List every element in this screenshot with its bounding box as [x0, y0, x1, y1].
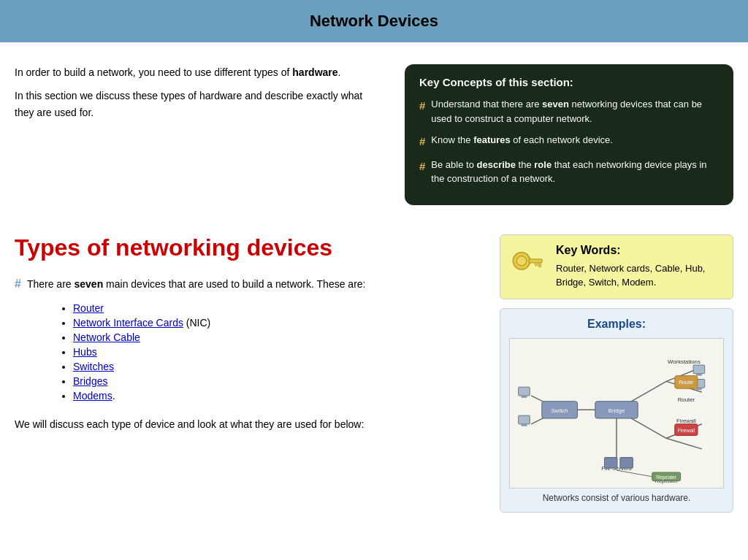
discuss-text: We will discuss each type of device and … [15, 416, 485, 432]
switches-link[interactable]: Switches [73, 361, 114, 372]
list-item-switches: Switches [73, 361, 485, 372]
bridges-link[interactable]: Bridges [73, 375, 107, 387]
svg-rect-41 [522, 423, 527, 426]
svg-text:Workstations: Workstations [668, 358, 701, 365]
svg-text:Firewall: Firewall [678, 427, 695, 432]
key-concepts-item-3: # Be able to describe the role that each… [419, 158, 719, 186]
svg-rect-33 [620, 457, 633, 468]
svg-rect-2 [529, 258, 542, 262]
devices-ul: Router Network Interface Cards (NIC) Net… [58, 302, 485, 402]
page-header: Network Devices [0, 0, 748, 42]
router-link[interactable]: Router [73, 302, 104, 314]
svg-rect-3 [538, 262, 541, 266]
main-content: Types of networking devices # There are … [0, 227, 748, 520]
list-item-hubs: Hubs [73, 346, 485, 358]
list-item-cable: Network Cable [73, 331, 485, 343]
svg-rect-39 [522, 395, 527, 397]
key-svg [511, 244, 547, 275]
svg-text:Repeater: Repeater [656, 474, 677, 480]
intro-paragraph-2: In this section we discuss these types o… [15, 88, 383, 120]
network-diagram-svg: Switch Bridge Workstations Router Router… [509, 338, 724, 488]
svg-rect-32 [604, 457, 617, 468]
svg-rect-22 [696, 373, 702, 375]
key-concepts-item-2: # Know the features of each network devi… [419, 133, 719, 150]
hash-icon-1: # [419, 98, 425, 115]
key-concepts-box: Key Concepts of this section: # Understa… [405, 64, 733, 205]
key-words-content: Key Words: Router, Network cards, Cable,… [556, 244, 722, 290]
hash-icon-2: # [419, 134, 425, 150]
svg-rect-4 [535, 262, 537, 265]
list-item-nic: Network Interface Cards (NIC) [73, 317, 485, 329]
svg-rect-21 [693, 365, 705, 374]
hash-icon-main: # [15, 277, 21, 291]
key-words-text: Router, Network cards, Cable, Hub, Bridg… [556, 261, 722, 290]
nic-link[interactable]: Network Interface Cards [73, 317, 183, 329]
key-concepts-list: # Understand that there are seven networ… [419, 97, 719, 186]
list-item-router: Router [73, 302, 485, 314]
examples-caption: Networks consist of various hardware. [509, 493, 724, 503]
svg-text:Switch: Switch [552, 407, 568, 414]
hash-icon-3: # [419, 158, 425, 175]
device-list: Router Network Interface Cards (NIC) Net… [58, 302, 485, 402]
key-words-box: Key Words: Router, Network cards, Cable,… [500, 234, 733, 299]
examples-title: Examples: [509, 318, 724, 331]
key-words-title: Key Words: [556, 244, 722, 257]
key-icon [511, 244, 547, 280]
page-title: Network Devices [0, 12, 748, 31]
right-content: Key Words: Router, Network cards, Cable,… [500, 234, 733, 513]
cable-link[interactable]: Network Cable [73, 331, 140, 343]
svg-text:Router: Router [679, 380, 694, 385]
svg-text:Router: Router [678, 396, 695, 402]
list-item-bridges: Bridges [73, 375, 485, 387]
svg-point-1 [516, 256, 526, 265]
intro-paragraph-1: In order to build a network, you need to… [15, 64, 383, 80]
examples-box: Examples: Switch [500, 308, 733, 513]
svg-text:Firewall: Firewall [676, 417, 696, 423]
top-section: In order to build a network, you need to… [0, 57, 748, 212]
intro-text: In order to build a network, you need to… [15, 64, 383, 205]
svg-text:Bridge: Bridge [608, 407, 625, 414]
hubs-link[interactable]: Hubs [73, 346, 97, 358]
seven-devices-para: # There are seven main devices that are … [15, 276, 485, 292]
modems-link[interactable]: Modems [73, 390, 112, 402]
key-concepts-item-1: # Understand that there are seven networ… [419, 97, 719, 126]
list-item-modems: Modems. [73, 390, 485, 402]
key-concepts-title: Key Concepts of this section: [419, 76, 719, 88]
svg-rect-40 [519, 415, 530, 424]
left-content: Types of networking devices # There are … [15, 234, 485, 513]
svg-rect-38 [519, 387, 530, 396]
types-heading: Types of networking devices [15, 234, 485, 261]
